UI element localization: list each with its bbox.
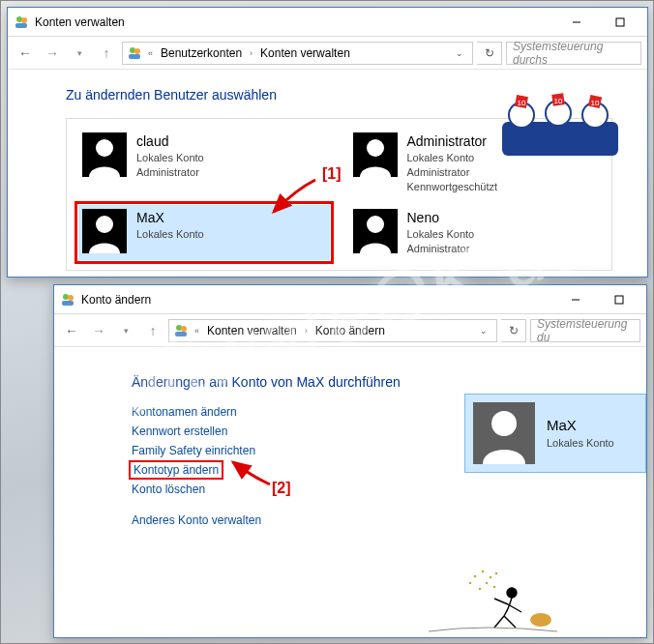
link-delete-account[interactable]: Konto löschen <box>132 483 205 496</box>
recent-menu[interactable]: ▾ <box>114 319 137 342</box>
svg-point-11 <box>367 216 384 233</box>
navbar: ← → ▾ ↑ « Benutzerkonten › Konten verwal… <box>8 37 647 70</box>
search-input[interactable]: Systemsteuerung durchs <box>506 42 641 65</box>
svg-rect-29 <box>175 332 187 337</box>
account-sub: Lokales Konto <box>547 436 614 451</box>
avatar <box>473 402 535 464</box>
account-sub: Lokales Konto <box>136 227 204 242</box>
window-manage-accounts: Konten verwalten ← → ▾ ↑ « Benutzerkonte… <box>7 7 648 278</box>
account-name: claud <box>136 132 204 151</box>
account-name: Neno <box>407 209 475 227</box>
back-button[interactable]: ← <box>14 42 37 65</box>
svg-point-9 <box>367 139 384 157</box>
avatar <box>82 209 127 253</box>
svg-point-8 <box>96 139 113 157</box>
window-title: Konten verwalten <box>35 15 549 29</box>
avatar <box>353 209 398 253</box>
chevron-right-icon: › <box>248 48 254 58</box>
svg-point-27 <box>176 325 182 331</box>
account-sub: Lokales Konto <box>407 151 498 165</box>
breadcrumb[interactable]: « Konten verwalten › Konto ändern ⌄ <box>168 319 497 342</box>
account-preview[interactable]: MaX Lokales Konto <box>464 394 646 473</box>
refresh-button[interactable]: ↻ <box>501 319 526 342</box>
navbar: ← → ▾ ↑ « Konten verwalten › Konto änder… <box>54 314 646 347</box>
svg-rect-7 <box>129 54 140 59</box>
window-change-account: Konto ändern ← → ▾ ↑ « Konten verwalten … <box>53 284 647 638</box>
account-sub: Administrator <box>407 242 475 256</box>
titlebar: Konto ändern <box>54 285 646 314</box>
link-change-type[interactable]: Kontotyp ändern <box>132 463 221 477</box>
account-sub: Kennwortgeschützt <box>407 180 498 194</box>
content-area: Zu ändernden Benutzer auswählen claud Lo… <box>8 70 647 280</box>
account-name: MaX <box>547 416 614 435</box>
recent-menu[interactable]: ▾ <box>68 42 91 65</box>
page-heading: Zu ändernden Benutzer auswählen <box>66 87 612 102</box>
account-sub: Lokales Konto <box>407 227 475 242</box>
forward-button[interactable]: → <box>41 42 64 65</box>
account-item-neno[interactable]: Neno Lokales Konto Administrator <box>349 205 601 260</box>
chevron-down-icon[interactable]: ⌄ <box>475 326 492 336</box>
link-create-password[interactable]: Kennwort erstellen <box>132 424 227 438</box>
account-item-max[interactable]: MaX Lokales Konto <box>78 205 330 260</box>
svg-rect-4 <box>616 18 624 26</box>
up-button[interactable]: ↑ <box>95 42 118 65</box>
app-icon <box>14 15 29 30</box>
svg-point-23 <box>68 295 74 301</box>
content-area: Änderungen am Konto von MaX durchführen … <box>54 347 646 542</box>
page-heading: Änderungen am Konto von MaX durchführen <box>132 374 617 390</box>
accounts-grid: claud Lokales Konto Administrator Admini… <box>66 118 612 271</box>
breadcrumb-item[interactable]: Konten verwalten <box>258 46 352 60</box>
link-manage-other[interactable]: Anderes Konto verwalten <box>132 513 261 527</box>
svg-point-30 <box>491 411 517 436</box>
breadcrumb-item[interactable]: Benutzerkonten <box>159 46 244 60</box>
search-input[interactable]: Systemsteuerung du <box>530 319 640 342</box>
svg-rect-2 <box>15 23 27 28</box>
maximize-button[interactable] <box>597 286 640 313</box>
breadcrumb-item[interactable]: Konto ändern <box>313 324 387 337</box>
svg-rect-24 <box>62 301 74 306</box>
svg-rect-26 <box>615 296 623 304</box>
account-sub: Lokales Konto <box>136 151 204 165</box>
breadcrumb[interactable]: « Benutzerkonten › Konten verwalten ⌄ <box>122 42 473 65</box>
account-item-administrator[interactable]: Administrator Lokales Konto Administrato… <box>349 129 601 197</box>
window-title: Konto ändern <box>81 293 548 307</box>
svg-point-10 <box>96 216 113 233</box>
avatar <box>82 132 127 177</box>
svg-point-1 <box>21 17 27 23</box>
maximize-button[interactable] <box>598 9 641 36</box>
users-icon <box>173 323 189 338</box>
breadcrumb-sep: « <box>193 326 201 336</box>
up-button[interactable]: ↑ <box>141 319 164 342</box>
svg-point-5 <box>130 47 135 53</box>
account-name: MaX <box>136 209 204 227</box>
app-icon <box>60 292 75 307</box>
account-name: Administrator <box>407 132 498 151</box>
account-sub: Administrator <box>136 165 204 180</box>
back-button[interactable]: ← <box>60 319 83 342</box>
link-family-safety[interactable]: Family Safety einrichten <box>132 444 255 457</box>
breadcrumb-item[interactable]: Konten verwalten <box>205 324 299 337</box>
chevron-right-icon: › <box>303 326 310 336</box>
svg-point-0 <box>16 16 22 22</box>
svg-point-6 <box>134 48 140 54</box>
chevron-down-icon[interactable]: ⌄ <box>451 48 468 58</box>
users-icon <box>127 45 142 61</box>
titlebar: Konten verwalten <box>8 8 647 37</box>
breadcrumb-sep: « <box>146 48 155 58</box>
avatar <box>353 132 398 177</box>
account-item-claud[interactable]: claud Lokales Konto Administrator <box>78 129 330 197</box>
svg-point-22 <box>63 294 69 300</box>
account-sub: Administrator <box>407 165 498 180</box>
refresh-button[interactable]: ↻ <box>477 42 502 65</box>
link-change-name[interactable]: Kontonamen ändern <box>132 405 237 419</box>
minimize-button[interactable] <box>553 286 597 313</box>
svg-point-28 <box>181 326 187 332</box>
minimize-button[interactable] <box>554 9 598 36</box>
forward-button[interactable]: → <box>87 319 110 342</box>
